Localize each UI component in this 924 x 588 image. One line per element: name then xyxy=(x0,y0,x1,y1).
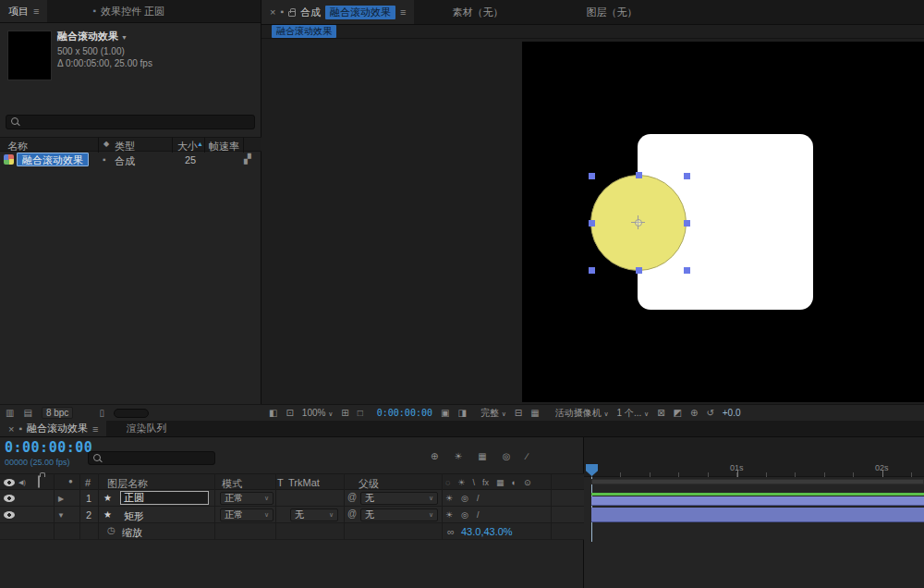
motion-blur-switch-icon[interactable]: ◎ xyxy=(461,510,468,520)
frame-blend-icon[interactable]: ▦ xyxy=(478,452,486,461)
adjustment-layer-icon[interactable]: ◐ xyxy=(511,478,516,487)
current-timecode[interactable]: 0:00:00:00 xyxy=(5,439,92,456)
comp-navigator-item[interactable]: 融合滚动效果 xyxy=(272,25,336,38)
timeline-button-icon[interactable]: ⊕ xyxy=(690,409,698,418)
collapse-switch-icon[interactable]: ☀ xyxy=(445,494,453,503)
pixel-aspect-icon[interactable]: ⊠ xyxy=(657,409,664,418)
new-folder-icon[interactable]: ▤ xyxy=(23,409,31,418)
selection-handle[interactable] xyxy=(589,220,595,227)
column-name[interactable]: 名称 xyxy=(7,140,28,153)
selection-handle[interactable] xyxy=(684,173,690,179)
project-search-input[interactable] xyxy=(6,115,255,129)
fast-preview-icon[interactable]: ◩ xyxy=(674,409,682,418)
mask-visibility-icon[interactable]: □ xyxy=(358,409,363,418)
panel-menu-icon[interactable]: ≡ xyxy=(92,423,98,435)
collapse-icon[interactable]: ☀ xyxy=(457,478,465,487)
resolution-dropdown[interactable]: 完整 ∨ xyxy=(480,407,506,420)
motion-blur-switch-icon[interactable]: ◎ xyxy=(461,494,468,503)
interpret-footage-icon[interactable]: ▥ xyxy=(6,409,14,418)
layer-name[interactable]: 矩形 xyxy=(124,509,144,523)
comp-info-name-row[interactable]: 融合滚动效果 ▼ xyxy=(57,30,152,43)
layer-row-2[interactable]: ▼ 2 ★ 矩形 正常 ∨ 无 ∨ @ 无 ∨ xyxy=(0,507,584,523)
comp-thumbnail[interactable] xyxy=(7,31,52,80)
snapshot-icon[interactable]: ▣ xyxy=(441,409,449,418)
selection-handle[interactable] xyxy=(589,173,595,179)
property-row-scale[interactable]: ◷ 缩放 ∞ 43.0,43.0% xyxy=(0,523,584,540)
column-parent[interactable]: 父级 xyxy=(359,477,379,491)
project-item-name[interactable]: 融合滚动效果 xyxy=(17,153,89,166)
viewer-timecode[interactable]: 0:00:00:00 xyxy=(377,408,432,418)
reset-exposure-icon[interactable]: ↺ xyxy=(706,409,713,418)
viewer-canvas[interactable] xyxy=(261,39,924,404)
always-preview-icon[interactable]: ◧ xyxy=(269,409,277,418)
constrain-link-icon[interactable]: ∞ xyxy=(447,526,455,537)
lock-icon[interactable] xyxy=(288,11,296,17)
visibility-toggle-icon[interactable] xyxy=(4,511,15,519)
blend-mode-dropdown[interactable]: 正常 ∨ xyxy=(220,492,274,505)
column-size[interactable]: 大小 xyxy=(177,140,198,153)
collapse-switch-icon[interactable]: ☀ xyxy=(445,510,453,520)
transparency-grid-icon[interactable]: ▦ xyxy=(530,409,539,418)
graph-editor-icon[interactable]: ∕ xyxy=(527,452,529,461)
column-layer-name[interactable]: 图层名称 xyxy=(107,477,148,491)
selection-handle[interactable] xyxy=(589,267,595,274)
column-trkmat[interactable]: TrkMat xyxy=(288,477,320,488)
panel-menu-icon[interactable]: ≡ xyxy=(33,6,39,17)
parent-dropdown[interactable]: 无 ∨ xyxy=(360,492,438,505)
selection-handle[interactable] xyxy=(684,267,690,274)
project-item-row[interactable]: 融合滚动效果 ▪ 合成 25 ▞ xyxy=(0,153,261,167)
stopwatch-icon[interactable]: ◷ xyxy=(107,526,116,535)
anchor-point-icon[interactable] xyxy=(631,215,645,229)
selection-handle[interactable] xyxy=(684,220,690,227)
draft-3d-icon[interactable]: ☀ xyxy=(454,452,462,461)
layer-bar-2[interactable] xyxy=(591,508,924,522)
tab-effect-controls[interactable]: ▪ 效果控件 正圆 xyxy=(84,0,173,22)
trkmat-dropdown[interactable]: 无 ∨ xyxy=(290,508,338,521)
column-number[interactable]: # xyxy=(85,477,91,488)
property-name[interactable]: 缩放 xyxy=(122,526,142,540)
zoom-control[interactable]: 100% ∨ xyxy=(302,408,333,418)
pickwhip-icon[interactable]: @ xyxy=(347,493,357,502)
column-framerate[interactable]: 帧速率 xyxy=(209,140,239,153)
close-icon[interactable]: × xyxy=(8,423,14,435)
frame-blend-column-icon[interactable]: ▦ xyxy=(496,478,505,487)
property-value[interactable]: 43.0,43.0% xyxy=(461,526,513,537)
composition-frame[interactable] xyxy=(522,42,924,402)
trash-icon[interactable]: ▯ xyxy=(99,409,104,418)
selection-handle[interactable] xyxy=(636,172,642,178)
3d-layer-icon[interactable]: ⊙ xyxy=(524,478,531,487)
shy-icon[interactable]: ◌ xyxy=(445,478,450,487)
visibility-toggle-icon[interactable] xyxy=(4,495,15,502)
pickwhip-icon[interactable]: @ xyxy=(347,509,357,519)
region-of-interest-icon[interactable]: ⊟ xyxy=(515,409,522,418)
channels-icon[interactable]: ◨ xyxy=(457,409,466,418)
view-layout-dropdown[interactable]: 1 个... ∨ xyxy=(617,407,650,420)
parent-dropdown[interactable]: 无 ∨ xyxy=(360,508,438,521)
blend-mode-dropdown[interactable]: 正常 ∨ xyxy=(220,508,274,521)
grid-guides-icon[interactable]: ⊞ xyxy=(341,409,348,418)
exposure-value[interactable]: +0.0 xyxy=(723,408,741,418)
work-area-bar[interactable] xyxy=(591,479,924,484)
timeline-search-input[interactable] xyxy=(88,451,215,465)
sort-ascending-icon[interactable]: ▲ xyxy=(197,141,203,147)
camera-dropdown[interactable]: 活动摄像机 ∨ xyxy=(555,407,609,420)
tab-project[interactable]: 项目 ≡ xyxy=(0,0,47,22)
main-viewer-icon[interactable]: ⊡ xyxy=(286,409,293,418)
column-t[interactable]: T xyxy=(277,477,284,488)
tab-composition[interactable]: × ▪ 合成 融合滚动效果 ≡ xyxy=(261,0,414,24)
panel-menu-icon[interactable]: ≡ xyxy=(400,6,406,18)
bpc-button[interactable]: 8 bpc xyxy=(42,407,73,419)
comp-flowchart-icon[interactable]: ⊕ xyxy=(431,452,438,461)
layer-bar-1[interactable] xyxy=(591,496,924,506)
layer-name-edit-box[interactable]: 正圆 xyxy=(120,491,209,505)
effects-icon[interactable]: fx xyxy=(482,478,489,487)
tab-timeline-comp[interactable]: × ▪ 融合滚动效果 ≡ xyxy=(0,421,106,436)
label-swatch-icon[interactable]: ▪ xyxy=(103,155,106,165)
selection-handle[interactable] xyxy=(636,267,642,274)
column-type[interactable]: 类型 xyxy=(115,140,135,153)
layer-row-1[interactable]: ▶ 1 ★ 正圆 正常 ∨ @ 无 ∨ ☀ xyxy=(0,490,584,507)
expand-icon[interactable]: ▶ xyxy=(58,495,64,503)
quality-switch-icon[interactable]: / xyxy=(477,510,480,520)
quality-switch-icon[interactable]: / xyxy=(477,494,480,503)
close-icon[interactable]: × xyxy=(270,6,275,18)
